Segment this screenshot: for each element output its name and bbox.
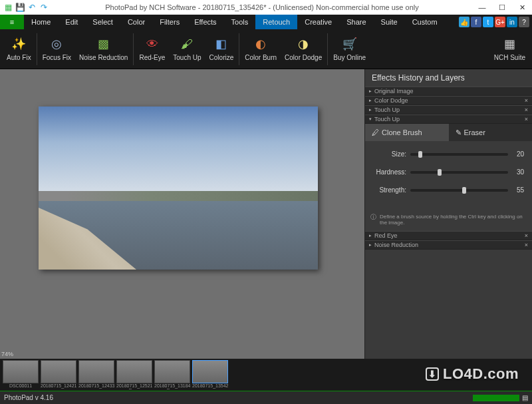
menu-retouch[interactable]: Retouch	[255, 15, 297, 29]
cart-icon: 🛒	[342, 37, 357, 51]
strength-slider[interactable]	[410, 189, 508, 192]
googleplus-icon[interactable]: G+	[495, 17, 505, 27]
facebook-icon[interactable]: f	[471, 17, 481, 27]
layer-noise-reduction[interactable]: ▸Noise Reduction×	[365, 240, 532, 250]
ribbon-toolbar: ✨Auto Fix ◎Focus Fix ▩Noise Reduction 👁R…	[0, 29, 532, 69]
thumbs-up-icon[interactable]: 👍	[459, 17, 469, 27]
zoom-level: 74%	[1, 351, 13, 357]
tool-auto-fix[interactable]: ✨Auto Fix	[3, 31, 35, 68]
menu-effects[interactable]: Effects	[187, 15, 223, 29]
tool-focus-fix[interactable]: ◎Focus Fix	[39, 31, 75, 68]
thumbnail-item[interactable]: 20180715_124334	[78, 360, 114, 389]
palette-icon: ◧	[214, 37, 229, 51]
tool-red-eye[interactable]: 👁Red-Eye	[135, 31, 169, 68]
layer-label: Original Image	[374, 88, 414, 95]
menu-share[interactable]: Share	[339, 15, 373, 29]
hardness-slider[interactable]	[410, 171, 508, 174]
chevron-right-icon: ▸	[369, 98, 372, 103]
target-icon: ◎	[49, 37, 64, 51]
progress-bar	[473, 395, 519, 401]
twitter-icon[interactable]: t	[483, 17, 493, 27]
layer-touch-up-expanded[interactable]: ▾Touch Up×	[365, 114, 532, 124]
close-icon[interactable]: ×	[525, 242, 528, 248]
minimize-button[interactable]: —	[472, 0, 492, 15]
thumbnail-item-selected[interactable]: 20180715_135426	[192, 360, 228, 389]
tool-color-dodge[interactable]: ◑Color Dodge	[281, 31, 326, 68]
separator	[327, 33, 328, 65]
eraser-icon: ✎	[456, 128, 462, 137]
menu-filters[interactable]: Filters	[152, 15, 187, 29]
hardness-value: 30	[508, 168, 524, 176]
menu-suite[interactable]: Suite	[374, 15, 405, 29]
close-icon[interactable]: ×	[525, 106, 528, 113]
thumb-label: DSC00011	[3, 383, 39, 389]
menu-custom[interactable]: Custom	[405, 15, 445, 29]
layer-original-image[interactable]: ▸Original Image	[365, 87, 532, 96]
layer-color-dodge[interactable]: ▸Color Dodge×	[365, 96, 532, 105]
thumbnail-item[interactable]: 20180715_131840-Pano	[154, 360, 190, 389]
tool-color-burn[interactable]: ◐Color Burn	[241, 31, 281, 68]
canvas-area[interactable]: 74%	[0, 69, 364, 359]
thumb-image	[78, 360, 114, 383]
image-land-region	[39, 191, 318, 201]
brush-icon: 🖌	[180, 37, 194, 51]
close-icon[interactable]: ×	[525, 232, 528, 239]
burn-icon: ◐	[253, 37, 268, 51]
tool-label: Colorize	[209, 54, 234, 61]
close-icon[interactable]: ×	[525, 116, 528, 122]
slider-thumb[interactable]	[438, 169, 442, 176]
prop-hardness: Hardness: 30	[373, 168, 524, 176]
thumbnail-item[interactable]: 20180715_124218	[41, 360, 76, 389]
save-icon[interactable]: 💾	[15, 2, 25, 13]
tool-label: Auto Fix	[7, 54, 31, 61]
size-slider[interactable]	[410, 153, 508, 156]
maximize-button[interactable]: ☐	[492, 0, 512, 15]
thumb-label: 20180715_131840-Pano	[154, 383, 190, 389]
tool-colorize[interactable]: ◧Colorize	[205, 31, 238, 68]
app-menu-button[interactable]: ≡	[0, 15, 24, 29]
size-label: Size:	[373, 150, 410, 158]
menu-home[interactable]: Home	[24, 15, 58, 29]
tool-label: Touch Up	[173, 54, 201, 61]
slider-thumb[interactable]	[418, 151, 422, 158]
noise-icon: ▩	[96, 37, 111, 51]
linkedin-icon[interactable]: in	[507, 17, 517, 27]
new-icon[interactable]: ▦	[3, 2, 13, 13]
tool-touch-up[interactable]: 🖌Touch Up	[169, 31, 205, 68]
layer-touch-up[interactable]: ▸Touch Up×	[365, 105, 532, 114]
tool-label: Focus Fix	[43, 54, 71, 61]
tab-eraser[interactable]: ✎Eraser	[449, 124, 533, 141]
dodge-icon: ◑	[296, 37, 311, 51]
tool-noise-reduction[interactable]: ▩Noise Reduction	[75, 31, 132, 68]
menu-edit[interactable]: Edit	[58, 15, 85, 29]
thumbnail-item[interactable]: DSC00011	[3, 360, 39, 389]
menu-select[interactable]: Select	[85, 15, 120, 29]
thumb-image	[3, 360, 39, 383]
tool-label: Red-Eye	[139, 54, 165, 61]
close-icon[interactable]: ×	[525, 97, 528, 104]
tool-nch-suite[interactable]: ▦NCH Suite	[490, 31, 529, 68]
tab-clone-brush[interactable]: 🖊Clone Brush	[365, 124, 449, 141]
window-buttons: — ☐ ✕	[472, 0, 532, 15]
redo-icon[interactable]: ↷	[39, 2, 49, 13]
status-menu-icon[interactable]: ▤	[522, 394, 528, 401]
undo-icon[interactable]: ↶	[27, 2, 37, 13]
slider-thumb[interactable]	[462, 187, 466, 194]
tool-buy-online[interactable]: 🛒Buy Online	[329, 31, 370, 68]
menu-tools[interactable]: Tools	[224, 15, 256, 29]
thumb-label: 20180715_124218	[41, 383, 76, 389]
layer-label: Touch Up	[374, 106, 400, 113]
layer-red-eye[interactable]: ▸Red Eye×	[365, 231, 532, 240]
image-canvas[interactable]	[39, 106, 318, 270]
menu-color[interactable]: Color	[120, 15, 152, 29]
thumbnail-item[interactable]: 20180715_125217-Pano	[116, 360, 152, 389]
strength-label: Strength:	[373, 186, 410, 194]
menu-creative[interactable]: Creative	[297, 15, 339, 29]
help-icon[interactable]: ?	[519, 17, 529, 27]
tab-label: Eraser	[464, 128, 485, 136]
close-button[interactable]: ✕	[512, 0, 532, 15]
brush-mode-tabs: 🖊Clone Brush ✎Eraser	[365, 124, 532, 141]
tool-label: Buy Online	[333, 54, 366, 61]
quick-access-toolbar: ▦ 💾 ↶ ↷	[0, 2, 52, 13]
tool-label: Color Dodge	[285, 54, 322, 61]
